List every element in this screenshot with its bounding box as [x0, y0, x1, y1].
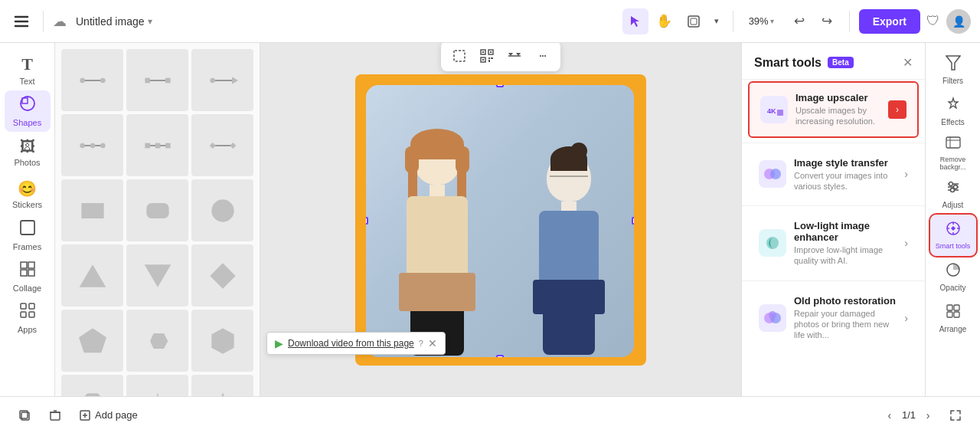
- svg-rect-13: [21, 303, 26, 309]
- right-sidebar-item-smart-tools[interactable]: Smart tools: [930, 215, 976, 256]
- sidebar-item-frames[interactable]: Frames: [5, 215, 51, 256]
- shape-hexagon[interactable]: [126, 310, 188, 372]
- style-transfer-icon: [759, 160, 786, 188]
- app-logo[interactable]: [9, 9, 34, 34]
- next-page-btn[interactable]: ›: [919, 406, 937, 425]
- topbar-divider-3: [849, 11, 850, 32]
- fullscreen-btn[interactable]: [943, 403, 968, 428]
- bottom-bar-left: Add page: [12, 403, 871, 428]
- svg-rect-14: [29, 303, 34, 309]
- low-light-icon: [759, 229, 786, 257]
- download-banner: ▶ Download video from this page ? ✕: [266, 332, 446, 355]
- svg-rect-15: [21, 312, 26, 317]
- download-close-icon[interactable]: ✕: [428, 337, 437, 349]
- shape-star5[interactable]: [191, 375, 253, 396]
- right-sidebar-item-adjust[interactable]: Adjust: [930, 173, 976, 215]
- pointer-tool-btn[interactable]: [622, 8, 648, 34]
- shape-triangle-down[interactable]: [126, 244, 188, 307]
- sidebar-item-apps[interactable]: Apps: [5, 297, 51, 339]
- shape-line-flat[interactable]: [61, 49, 123, 111]
- shape-octagon[interactable]: [61, 375, 123, 396]
- undo-btn[interactable]: ↩: [786, 8, 812, 34]
- svg-rect-88: [954, 312, 959, 317]
- sidebar-item-photos[interactable]: 🖼 Photos: [5, 132, 51, 173]
- smart-tool-low-light[interactable]: Low-light image enhancer Improve low-lig…: [748, 211, 919, 276]
- undo-redo-group: ↩ ↪: [786, 8, 840, 34]
- stickers-icon: 😊: [18, 179, 37, 198]
- svg-point-64: [770, 169, 781, 179]
- shape-line-flat2[interactable]: [61, 114, 123, 176]
- svg-marker-35: [209, 143, 215, 149]
- document-title[interactable]: Untitled image ▾: [76, 15, 152, 28]
- export-button[interactable]: Export: [859, 9, 920, 34]
- shape-line-square2[interactable]: [126, 114, 188, 176]
- sidebar-item-stickers[interactable]: 😊 Stickers: [5, 173, 51, 215]
- svg-marker-44: [150, 333, 168, 349]
- qr-tool-btn[interactable]: [475, 44, 499, 68]
- download-help-icon[interactable]: ?: [419, 339, 423, 348]
- frame-tool-btn[interactable]: [681, 8, 707, 34]
- svg-point-39: [211, 199, 234, 221]
- title-caret-icon: ▾: [148, 16, 152, 27]
- low-light-desc: Improve low-light image quality with AI.: [794, 244, 897, 267]
- right-sidebar-item-opacity[interactable]: Opacity: [930, 256, 976, 297]
- svg-marker-47: [144, 392, 172, 397]
- shapes-row-lines: [61, 49, 253, 111]
- canvas-area[interactable]: Page 1: [260, 43, 741, 396]
- right-sidebar-item-remove-bg[interactable]: Remove backgr...: [930, 132, 976, 173]
- zoom-control[interactable]: 39% ▾: [743, 12, 780, 30]
- text-icon: T: [21, 54, 33, 74]
- smart-tool-image-upscaler[interactable]: 4K Image upscaler Upscale images by incr…: [748, 81, 919, 138]
- redo-btn[interactable]: ↪: [814, 8, 840, 34]
- svg-marker-40: [79, 264, 106, 287]
- shape-rounded-rectangle[interactable]: [126, 179, 188, 241]
- svg-marker-46: [80, 393, 105, 396]
- crop-tool-btn[interactable]: [447, 44, 472, 68]
- prev-page-btn[interactable]: ‹: [880, 406, 899, 425]
- sidebar-item-collage[interactable]: Collage: [5, 256, 51, 297]
- shape-circle[interactable]: [191, 179, 253, 241]
- svg-rect-38: [146, 203, 168, 218]
- hand-tool-btn[interactable]: ✋: [652, 8, 678, 34]
- svg-rect-21: [145, 77, 150, 83]
- flip-tool-btn[interactable]: [502, 44, 527, 68]
- sidebar-item-text[interactable]: T Text: [5, 49, 51, 90]
- photo-restoration-content: Old photo restoration Repair your damage…: [794, 295, 897, 341]
- shapes-icon: [19, 95, 36, 116]
- image-upscaler-name: Image upscaler: [795, 92, 880, 103]
- collage-icon: [19, 261, 36, 281]
- right-sidebar-item-effects[interactable]: Effects: [930, 90, 976, 132]
- shape-line-diamond[interactable]: [191, 114, 253, 176]
- shape-star4[interactable]: [126, 375, 188, 396]
- shapes-row-triangles: [61, 244, 253, 307]
- user-avatar[interactable]: 👤: [946, 9, 971, 34]
- shape-hexagon2[interactable]: [191, 310, 253, 372]
- more-options-btn[interactable]: ···: [530, 44, 554, 68]
- shape-pentagon[interactable]: [61, 310, 123, 372]
- smart-tools-title: Smart tools Beta: [754, 56, 854, 70]
- shape-diamond[interactable]: [191, 244, 253, 307]
- frame-options-btn[interactable]: ▾: [710, 8, 724, 34]
- right-sidebar-item-arrange[interactable]: Arrange: [930, 297, 976, 339]
- frames-icon: [19, 219, 36, 240]
- shape-rectangle[interactable]: [61, 179, 123, 241]
- svg-marker-41: [144, 264, 171, 287]
- right-sidebar-item-filters[interactable]: Filters: [930, 49, 976, 90]
- adjust-icon: [946, 179, 961, 198]
- panel-resize-handle[interactable]: [256, 43, 260, 396]
- shape-line-arrow[interactable]: [191, 49, 253, 111]
- remove-bg-icon: [946, 134, 961, 153]
- delete-page-btn[interactable]: [43, 403, 67, 428]
- panel-divider-1: [742, 143, 925, 143]
- smart-tool-photo-restoration[interactable]: Old photo restoration Repair your damage…: [748, 286, 919, 350]
- download-banner-text[interactable]: Download video from this page: [288, 338, 414, 349]
- sidebar-item-shapes[interactable]: Shapes: [5, 90, 51, 132]
- topbar-divider-2: [733, 11, 733, 32]
- add-page-btn[interactable]: Add page: [74, 406, 144, 424]
- smart-tool-style-transfer[interactable]: Image style transfer Convert your images…: [748, 148, 919, 202]
- shape-line-square[interactable]: [126, 49, 188, 111]
- copy-page-btn[interactable]: [12, 403, 37, 428]
- smart-tools-close-btn[interactable]: ✕: [903, 55, 913, 70]
- svg-rect-37: [81, 203, 103, 218]
- shape-triangle-up[interactable]: [61, 244, 123, 307]
